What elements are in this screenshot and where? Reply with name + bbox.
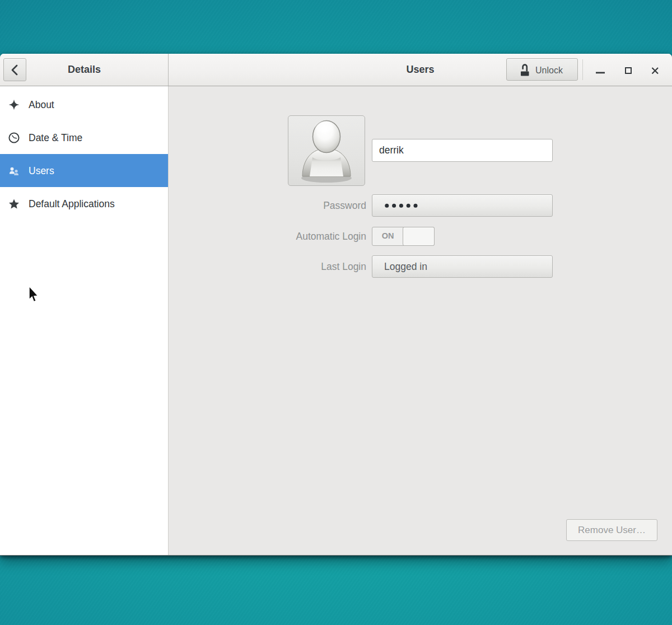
svg-text:Unlock: Unlock bbox=[535, 66, 563, 75]
